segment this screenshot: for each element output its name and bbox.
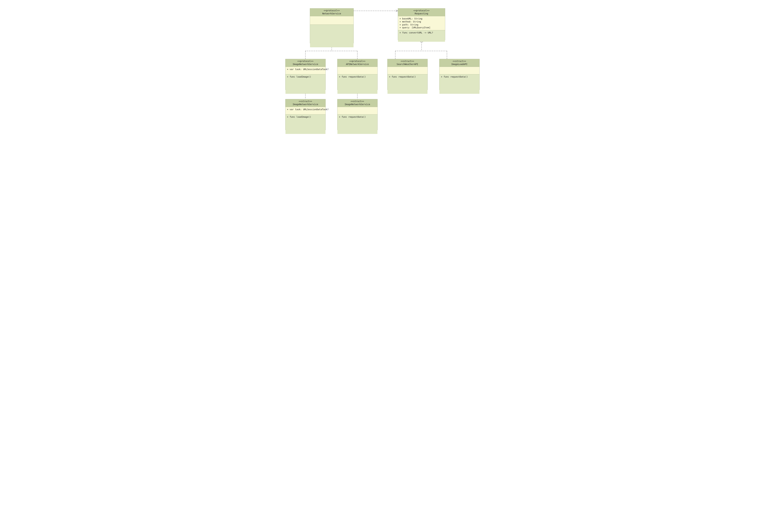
edge-req-realize-stem [395,42,447,59]
stereo: <<protocol>> [338,60,377,63]
class-name: ImageNetworkService [338,103,377,106]
class-imagenetworkservice-protocol: <<protocol>> ImageNetworkService + var t… [285,59,326,90]
class-name: ImageNetworkService [286,103,325,106]
uml-canvas: <<protocol>> NetworkService <<protocol>>… [279,0,484,142]
class-apinetworkservice-protocol: <<protocol>> APINetworkService + func re… [337,59,378,90]
attrs [337,67,378,74]
ops: + func loadImage() [285,115,325,134]
class-api-imagenetworkservice-struct: <<struct>> ImageNetworkService + func re… [337,99,378,130]
stereo: <<protocol>> [286,60,325,63]
class-name: SearchWeatherAPI [388,63,426,66]
attr: + method: String [399,20,443,23]
class-name: ImageLoadAPI [440,63,479,66]
class-name: NetworkService [311,12,353,15]
ops: + func requestData() [337,74,378,94]
stereo: <<protocol>> [399,9,444,12]
class-imagenetworkservice-struct: <<struct>> ImageNetworkService + var tas… [285,99,326,130]
attrs: + var task: URLSessionDataTask? [285,107,325,115]
attr: + baseURL: String [399,17,443,20]
class-networkservice: <<protocol>> NetworkService [310,8,354,43]
attrs: + var task: URLSessionDataTask? [285,67,325,74]
attr: + var task: URLSessionDataTask? [287,108,324,111]
attr: + var task: URLSessionDataTask? [287,68,324,71]
ops [310,25,354,47]
op: + func requestData() [339,116,376,119]
ops: + func loadImage() [285,74,325,94]
op: + func loadImage() [287,116,324,119]
class-imageloadapi: <<struct>> ImageLoadAPI + func requestDa… [439,59,480,90]
edge-ns-realize-stem [305,45,357,59]
stereo: <<protocol>> [311,9,353,12]
ops: + func requestData() [337,115,378,134]
op: + func convertURL -> URL? [399,31,443,34]
stereo: <<struct>> [286,100,325,103]
stereo: <<struct>> [440,60,479,63]
class-name: APINetworkService [338,63,377,66]
class-name: Requesting [399,12,444,15]
class-name: ImageNetworkService [286,63,325,66]
attrs: + baseURL: String + method: String + pat… [398,16,445,31]
stereo: <<struct>> [338,100,377,103]
class-searchweatherapi: <<struct>> SearchWeatherAPI + func reque… [387,59,428,90]
class-requesting: <<protocol>> Requesting + baseURL: Strin… [398,8,445,40]
op: + func loadImage() [287,75,324,78]
attr: + query: [URLQueryItem] [399,26,443,29]
attr: + path: String [399,23,443,26]
attrs [337,107,378,115]
stereo: <<struct>> [388,60,426,63]
op: + func requestData() [389,75,426,78]
ops: + func requestData() [439,74,480,94]
attrs [387,67,427,74]
ops: + func convertURL -> URL? [398,30,445,42]
attrs [439,67,480,74]
op: + func requestData() [339,75,376,78]
op: + func requestData() [441,75,478,78]
attrs [310,16,354,25]
ops: + func requestData() [387,74,427,94]
